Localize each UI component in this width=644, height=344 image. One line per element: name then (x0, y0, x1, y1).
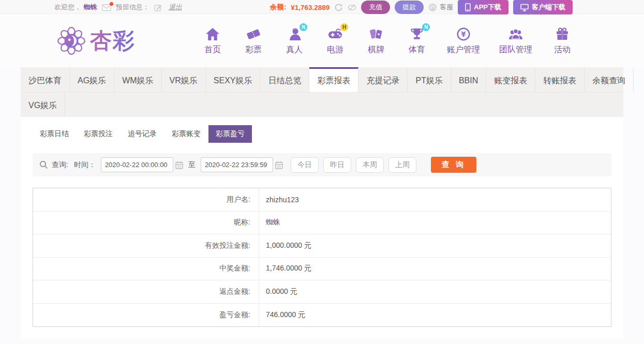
row-label: 用户名: (33, 188, 259, 211)
row-value: 746.0000 元 (259, 304, 305, 327)
end-time-input[interactable] (201, 157, 273, 172)
balance-value: ¥1,763.2889 (291, 4, 330, 11)
main-nav: 首页彩票N真人H电游棋牌N体育¥账户管理团队管理活动 (202, 26, 573, 55)
calendar-icon-start[interactable] (175, 161, 183, 169)
tab[interactable]: VG娱乐 (21, 93, 65, 117)
logo-emblem-icon (57, 26, 86, 55)
app-download-button[interactable]: APP下载 (458, 0, 508, 14)
nav-item-label: 电游 (327, 44, 343, 55)
nav-item[interactable]: ¥账户管理 (447, 26, 480, 55)
app-download-label: APP下载 (474, 3, 501, 12)
logout-link[interactable]: 退出 (169, 3, 182, 12)
cards-icon (368, 26, 384, 42)
nav-item-label: 团队管理 (499, 44, 532, 55)
tab-row-2: VG娱乐 (21, 93, 623, 117)
nav-item-label: 账户管理 (447, 44, 480, 55)
balance-label: 余额: (270, 3, 287, 12)
phone-icon (465, 3, 471, 11)
topbar-left: 欢迎您， 蜘蛛 预留信息： 退出 (54, 3, 182, 12)
coin-icon: ¥ (456, 26, 471, 42)
tab[interactable]: SEXY娱乐 (206, 67, 261, 92)
monitor-icon (520, 4, 529, 11)
nav-item[interactable]: 棋牌 (365, 26, 387, 55)
nav-item[interactable]: N真人 (283, 26, 305, 55)
nav-item[interactable]: 彩票 (243, 26, 264, 55)
to-label: 至 (188, 160, 196, 170)
tab[interactable]: 沙巴体育 (21, 67, 70, 92)
report-table: 用户名:zhizhu123昵称:蜘蛛有效投注金额:1,000.0000 元中奖金… (33, 188, 611, 327)
nav-item[interactable]: N体育 (406, 26, 428, 55)
quick-range-button[interactable]: 今日 (291, 157, 319, 173)
gamepad-icon: H (327, 26, 343, 42)
row-label: 昵称: (33, 212, 259, 234)
nav-item[interactable]: 团队管理 (499, 26, 532, 55)
ticket-icon (246, 26, 261, 42)
quick-buttons: 今日昨日本周上周 (286, 157, 416, 173)
trophy-icon: N (409, 26, 425, 42)
tab[interactable]: 彩票报表 (309, 67, 358, 92)
row-label: 有效投注金额: (33, 234, 259, 257)
row-label: 中奖金额: (33, 258, 259, 280)
tabstrip: 沙巴体育AG娱乐WM娱乐VR娱乐SEXY娱乐日结总览彩票报表充提记录PT娱乐BB… (21, 67, 623, 117)
edit-icon[interactable] (154, 4, 162, 11)
table-row: 盈亏金额:746.0000 元 (33, 304, 611, 327)
nav-item[interactable]: 活动 (551, 26, 573, 55)
calendar-icon-end[interactable] (275, 161, 283, 169)
badge-h: H (340, 23, 348, 31)
customer-service[interactable]: 客服 (428, 3, 453, 12)
badge-n: N (422, 23, 430, 31)
tab[interactable]: 账变报表 (486, 67, 535, 92)
query-submit-button[interactable]: 查 询 (431, 157, 476, 173)
refresh-icon[interactable] (334, 3, 343, 12)
time-label: 时间： (74, 160, 96, 170)
tab[interactable]: WM娱乐 (114, 67, 161, 92)
quick-range-button[interactable]: 昨日 (323, 157, 351, 173)
badge-n: N (299, 23, 307, 31)
panel-body: 彩票日结彩票投注追号记录彩票账变彩票盈亏 查询: 时间： 至 今日昨日本周上周 … (21, 117, 623, 339)
client-download-button[interactable]: 客户端下载 (513, 0, 573, 14)
withdraw-button[interactable]: 提款 (395, 1, 424, 14)
notification-dot (110, 2, 113, 6)
customer-service-label: 客服 (440, 3, 453, 12)
query-label: 查询: (52, 160, 68, 170)
nav-item-label: 真人 (286, 44, 303, 55)
nav-item-label: 彩票 (245, 44, 262, 55)
nav-item-label: 体育 (409, 44, 425, 55)
quick-range-button[interactable]: 上周 (388, 157, 416, 173)
nav-item[interactable]: 首页 (202, 26, 223, 55)
nav-item[interactable]: H电游 (324, 26, 346, 55)
tab[interactable]: VR娱乐 (162, 67, 206, 92)
quick-range-button[interactable]: 本周 (356, 157, 384, 173)
svg-text:¥: ¥ (461, 30, 466, 38)
logo-text: 杏彩 (90, 26, 136, 55)
tab[interactable]: PT娱乐 (408, 67, 451, 92)
tab[interactable]: BBIN (451, 67, 486, 92)
subtabs: 彩票日结彩票投注追号记录彩票账变彩票盈亏 (33, 125, 611, 143)
gift-icon (555, 26, 570, 42)
site-logo[interactable]: 杏彩 (57, 26, 170, 55)
tab[interactable]: AG娱乐 (70, 67, 114, 92)
tab[interactable]: 日结总览 (260, 67, 309, 92)
tab[interactable]: 余额查询 (585, 67, 634, 92)
username: 蜘蛛 (84, 3, 97, 12)
recharge-button[interactable]: 充值 (361, 1, 390, 14)
subtab[interactable]: 彩票投注 (77, 125, 120, 143)
subtab[interactable]: 彩票盈亏 (208, 125, 252, 143)
row-value: 1,000.0000 元 (259, 234, 311, 257)
subtab[interactable]: 彩票账变 (164, 125, 208, 143)
mail-icon[interactable] (102, 4, 111, 11)
subtab[interactable]: 彩票日结 (33, 125, 76, 143)
tab[interactable]: 转账报表 (535, 67, 585, 92)
client-download-label: 客户端下载 (532, 3, 565, 12)
row-value: 蜘蛛 (259, 212, 280, 234)
nav-item-label: 棋牌 (368, 44, 384, 55)
start-time-input[interactable] (101, 157, 173, 172)
subtab[interactable]: 追号记录 (121, 125, 164, 143)
search-icon (39, 160, 48, 169)
topbar: 欢迎您， 蜘蛛 预留信息： 退出 余额: ¥1,763.2889 充值 提款 客… (0, 0, 644, 14)
tab[interactable]: 充提记录 (358, 67, 408, 92)
live-person-icon: N (287, 26, 302, 42)
row-label: 盈亏金额: (33, 304, 259, 327)
hide-balance-icon[interactable] (348, 4, 356, 11)
nav-item-label: 活动 (554, 44, 571, 55)
